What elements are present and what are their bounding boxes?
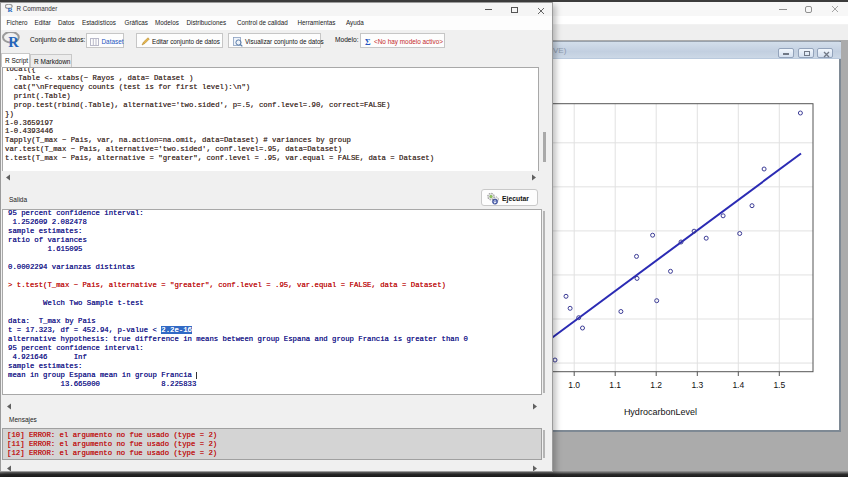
svg-text:1.1: 1.1 [609, 380, 621, 390]
svg-text:1.0: 1.0 [568, 380, 580, 390]
svg-text:R: R [8, 34, 19, 49]
svg-text:1.2: 1.2 [650, 380, 662, 390]
svg-text:1.4: 1.4 [732, 380, 744, 390]
svg-text:1.3: 1.3 [691, 380, 703, 390]
svg-text:HydrocarbonLevel: HydrocarbonLevel [624, 407, 697, 417]
svg-text:1.5: 1.5 [773, 380, 785, 390]
